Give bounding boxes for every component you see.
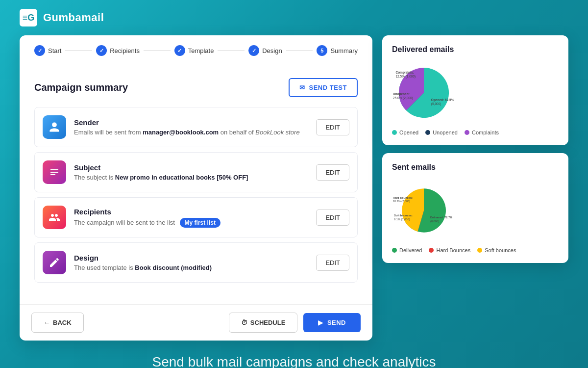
- legend-dot-hard-bounces: [429, 248, 434, 253]
- legend-label-opened: Opened: [399, 130, 418, 135]
- subject-icon: [43, 160, 66, 184]
- step-start: ✓ Start: [34, 45, 61, 56]
- send-test-icon: ✉: [299, 84, 305, 91]
- step-summary: 5 Summary: [317, 45, 358, 56]
- svg-text:(8,000): (8,000): [430, 220, 439, 223]
- tagline-line1: Send bulk mail campaigns and check analy…: [20, 352, 568, 368]
- step-line-1: [65, 51, 92, 51]
- tagline: Send bulk mail campaigns and check analy…: [0, 341, 588, 368]
- step-template: ✓ Template: [174, 45, 214, 56]
- svg-text:Hard Bounces:: Hard Bounces:: [393, 196, 413, 199]
- design-title: Design: [74, 254, 308, 262]
- header: ≡G Gumbamail: [0, 0, 588, 35]
- recipients-icon: [43, 206, 66, 229]
- list-badge: My first list: [180, 218, 220, 228]
- recipients-title: Recipients: [74, 208, 308, 216]
- subject-edit-button[interactable]: EDIT: [316, 164, 349, 181]
- legend-unopened: Unopened: [425, 130, 458, 135]
- send-test-label: SEND TEST: [309, 84, 347, 91]
- sent-chart-panel: Sent emails Hard Bounces: 18.2% (2,000) …: [382, 153, 568, 263]
- step-check-start: ✓: [34, 45, 45, 56]
- back-label: BACK: [53, 319, 72, 326]
- back-button[interactable]: ← BACK: [31, 313, 84, 333]
- svg-text:Delivered: 72.7%: Delivered: 72.7%: [430, 216, 452, 219]
- schedule-label: SCHEDULE: [250, 319, 286, 326]
- row-recipients: Recipients The campaign will be sent to …: [34, 197, 358, 237]
- step-check-template: ✓: [174, 45, 185, 56]
- delivered-legend: Opened Unopened Complaints: [392, 130, 559, 135]
- step-recipients: ✓ Recipients: [96, 45, 140, 56]
- summary-title: Campaign summary: [34, 82, 128, 93]
- main-content: ✓ Start ✓ Recipients ✓ Template ✓ Design…: [0, 35, 588, 341]
- legend-dot-unopened: [425, 130, 430, 135]
- step-check-design: ✓: [248, 45, 259, 56]
- sent-legend: Delivered Hard Bounces Soft bounces: [392, 247, 559, 253]
- campaign-panel: ✓ Start ✓ Recipients ✓ Template ✓ Design…: [20, 35, 372, 341]
- step-line-4: [286, 51, 313, 51]
- sent-pie: Hard Bounces: 18.2% (2,000) Soft bounces…: [392, 179, 456, 242]
- logo-icon: ≡G: [20, 9, 37, 26]
- legend-opened: Opened: [392, 130, 418, 135]
- row-sender: Sender Emails will be sent from manager@…: [34, 107, 358, 147]
- delivered-pie: Complaints: 12.5% (1,000) Unopened: 25.0…: [392, 61, 456, 125]
- recipients-desc: The campaign will be sent to the list My…: [74, 218, 308, 228]
- steps-bar: ✓ Start ✓ Recipients ✓ Template ✓ Design…: [20, 35, 372, 66]
- design-icon: [43, 251, 66, 274]
- legend-label-unopened: Unopened: [433, 130, 458, 135]
- legend-label-soft-bounces: Soft bounces: [485, 247, 516, 253]
- legend-soft-bounces: Soft bounces: [477, 247, 516, 253]
- summary-content: Campaign summary ✉ SEND TEST Sender Emai…: [20, 66, 372, 299]
- delivered-chart-title: Delivered emails: [392, 45, 559, 54]
- subject-desc: The subject is New promo in educational …: [74, 174, 308, 181]
- step-line-3: [218, 51, 245, 51]
- legend-label-delivered: Delivered: [399, 247, 422, 253]
- sent-chart-title: Sent emails: [392, 163, 559, 172]
- delivered-chart-panel: Delivered emails Complaints: 12.5% (1,00…: [382, 35, 568, 145]
- sender-desc: Emails will be sent from manager@bookloo…: [74, 129, 308, 136]
- legend-dot-delivered: [392, 248, 397, 253]
- svg-text:9.1% (1,000): 9.1% (1,000): [394, 218, 410, 221]
- svg-text:Unopened:: Unopened:: [393, 92, 410, 96]
- sender-icon: [43, 115, 66, 139]
- design-info: Design The used template is Book discoun…: [74, 254, 308, 271]
- send-button[interactable]: ▶ SEND: [303, 313, 361, 332]
- legend-hard-bounces: Hard Bounces: [429, 247, 470, 253]
- legend-label-hard-bounces: Hard Bounces: [436, 247, 470, 253]
- design-edit-button[interactable]: EDIT: [316, 255, 349, 271]
- summary-header: Campaign summary ✉ SEND TEST: [34, 78, 358, 97]
- recipients-edit-button[interactable]: EDIT: [316, 210, 349, 226]
- legend-complaints: Complaints: [465, 130, 499, 135]
- right-panels: Delivered emails Complaints: 12.5% (1,00…: [382, 35, 568, 341]
- back-arrow-icon: ←: [44, 319, 50, 326]
- delivered-pie-svg: Complaints: 12.5% (1,000) Unopened: 25.0…: [392, 61, 456, 125]
- step-check-recipients: ✓: [96, 45, 107, 56]
- step-label-start: Start: [48, 47, 61, 54]
- sender-edit-button[interactable]: EDIT: [316, 119, 349, 135]
- send-label: SEND: [327, 319, 346, 326]
- sender-title: Sender: [74, 118, 308, 127]
- legend-label-complaints: Complaints: [472, 130, 499, 135]
- logo-text: Gumbamail: [43, 11, 104, 24]
- step-design: ✓ Design: [248, 45, 282, 56]
- legend-dot-complaints: [465, 130, 469, 135]
- svg-text:(5,000): (5,000): [431, 102, 441, 106]
- legend-delivered: Delivered: [392, 247, 422, 253]
- svg-text:25.0% (2,000): 25.0% (2,000): [393, 96, 413, 100]
- legend-dot-soft-bounces: [477, 248, 482, 253]
- step-line-2: [144, 51, 171, 51]
- legend-dot-opened: [392, 130, 397, 135]
- sent-chart-area: Hard Bounces: 18.2% (2,000) Soft bounces…: [392, 179, 559, 242]
- sent-pie-svg: Hard Bounces: 18.2% (2,000) Soft bounces…: [392, 179, 456, 242]
- svg-text:Soft bounces:: Soft bounces:: [394, 214, 413, 217]
- sender-info: Sender Emails will be sent from manager@…: [74, 118, 308, 136]
- row-subject: Subject The subject is New promo in educ…: [34, 152, 358, 192]
- step-label-design: Design: [262, 47, 282, 54]
- schedule-button[interactable]: ⏱ SCHEDULE: [229, 313, 298, 333]
- row-design: Design The used template is Book discoun…: [34, 242, 358, 283]
- delivered-chart-area: Complaints: 12.5% (1,000) Unopened: 25.0…: [392, 61, 559, 125]
- subject-title: Subject: [74, 163, 308, 172]
- send-test-button[interactable]: ✉ SEND TEST: [289, 78, 358, 97]
- step-label-template: Template: [188, 47, 214, 54]
- svg-text:Complaints:: Complaints:: [395, 71, 414, 75]
- svg-text:18.2% (2,000): 18.2% (2,000): [393, 200, 411, 203]
